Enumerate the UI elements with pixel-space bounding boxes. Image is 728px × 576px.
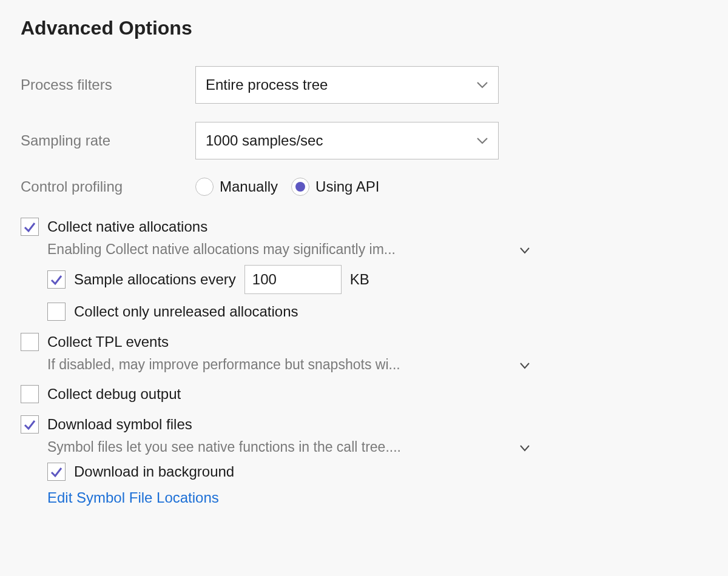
only-unreleased-row: Collect only unreleased allocations: [47, 303, 707, 321]
sampling-rate-select[interactable]: 1000 samples/sec: [195, 122, 499, 159]
radio-dot-icon: [295, 182, 305, 192]
collect-debug-block: Collect debug output: [21, 385, 707, 403]
download-symbols-label: Download symbol files: [47, 416, 192, 433]
sample-allocations-input[interactable]: [244, 265, 342, 294]
collect-tpl-label: Collect TPL events: [47, 333, 169, 350]
collect-native-checkbox[interactable]: [21, 218, 39, 236]
radio-using-api-label: Using API: [315, 178, 379, 195]
radio-manually[interactable]: Manually: [195, 178, 278, 196]
collect-tpl-desc: If disabled, may improve performance but…: [47, 357, 400, 373]
collect-debug-checkbox[interactable]: [21, 385, 39, 403]
expand-native-desc[interactable]: [519, 241, 530, 258]
download-background-checkbox[interactable]: [47, 463, 66, 481]
download-symbols-checkbox[interactable]: [21, 415, 39, 434]
download-symbols-desc: Symbol files let you see native function…: [47, 439, 401, 455]
radio-icon: [291, 178, 309, 196]
control-profiling-label: Control profiling: [21, 178, 195, 195]
control-profiling-row: Control profiling Manually Using API: [21, 178, 707, 196]
only-unreleased-label: Collect only unreleased allocations: [74, 303, 298, 320]
download-background-row: Download in background: [47, 463, 707, 481]
chevron-down-icon: [476, 136, 488, 145]
expand-symbols-desc[interactable]: [519, 438, 530, 455]
sample-allocations-row: Sample allocations every KB: [47, 265, 707, 294]
collect-tpl-block: Collect TPL events If disabled, may impr…: [21, 333, 707, 373]
control-profiling-radio-group: Manually Using API: [195, 178, 379, 196]
radio-manually-label: Manually: [220, 178, 278, 195]
collect-native-desc: Enabling Collect native allocations may …: [47, 241, 396, 258]
radio-icon: [195, 178, 214, 196]
collect-tpl-checkbox[interactable]: [21, 333, 39, 351]
sampling-rate-row: Sampling rate 1000 samples/sec: [21, 122, 707, 159]
process-filters-label: Process filters: [21, 76, 195, 93]
expand-tpl-desc[interactable]: [519, 356, 530, 373]
sample-allocations-label: Sample allocations every: [74, 271, 236, 288]
chevron-down-icon: [476, 81, 488, 89]
collect-debug-label: Collect debug output: [47, 386, 181, 403]
sampling-rate-label: Sampling rate: [21, 132, 195, 149]
collect-native-label: Collect native allocations: [47, 218, 207, 235]
section-title: Advanced Options: [21, 17, 707, 39]
only-unreleased-checkbox[interactable]: [47, 303, 66, 321]
edit-symbol-locations-link[interactable]: Edit Symbol File Locations: [21, 489, 707, 506]
process-filters-select[interactable]: Entire process tree: [195, 66, 499, 104]
sample-allocations-unit: KB: [350, 271, 369, 288]
download-background-label: Download in background: [74, 463, 234, 480]
process-filters-row: Process filters Entire process tree: [21, 66, 707, 104]
collect-native-block: Collect native allocations Enabling Coll…: [21, 218, 707, 321]
sampling-rate-value: 1000 samples/sec: [206, 132, 323, 149]
download-symbols-block: Download symbol files Symbol files let y…: [21, 415, 707, 506]
process-filters-value: Entire process tree: [206, 76, 328, 93]
sample-allocations-checkbox[interactable]: [47, 270, 66, 289]
radio-using-api[interactable]: Using API: [291, 178, 379, 196]
